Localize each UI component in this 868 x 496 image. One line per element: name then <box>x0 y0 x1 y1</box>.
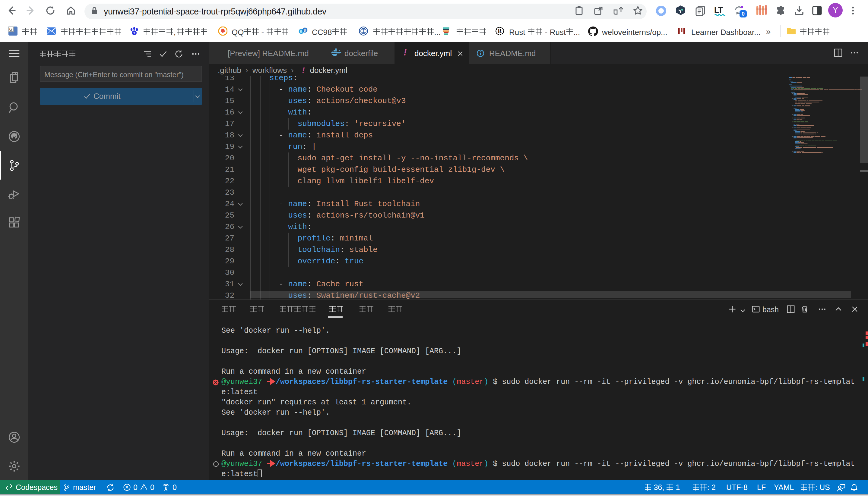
svg-text:8: 8 <box>304 28 306 33</box>
svg-text:R: R <box>498 28 502 34</box>
svg-text:9: 9 <box>300 30 302 34</box>
